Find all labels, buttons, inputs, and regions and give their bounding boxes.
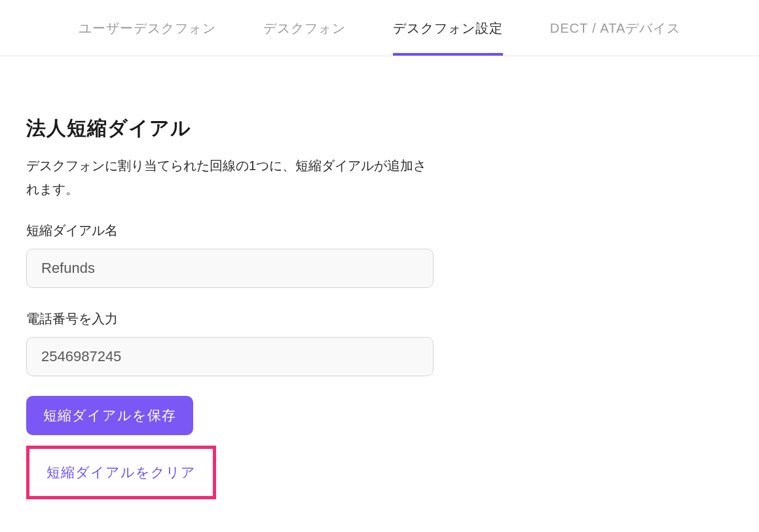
tab-dect-ata-devices[interactable]: DECT / ATAデバイス (550, 0, 681, 56)
section-description: デスクフォンに割り当てられた回線の1つに、短縮ダイアルが追加されます。 (26, 154, 432, 201)
clear-speed-dial-button[interactable]: 短縮ダイアルをクリア (36, 458, 206, 487)
phone-number-label: 電話番号を入力 (26, 310, 432, 328)
speed-dial-name-input[interactable] (26, 249, 434, 288)
save-speed-dial-button[interactable]: 短縮ダイアルを保存 (26, 396, 193, 435)
section-title: 法人短縮ダイアル (26, 115, 432, 142)
phone-number-input[interactable] (26, 337, 434, 376)
tab-deskphone-settings[interactable]: デスクフォン設定 (393, 0, 503, 56)
tab-deskphone[interactable]: デスクフォン (263, 0, 346, 56)
tabs-bar: ユーザーデスクフォン デスクフォン デスクフォン設定 DECT / ATAデバイ… (0, 0, 759, 56)
main-content: 法人短縮ダイアル デスクフォンに割り当てられた回線の1つに、短縮ダイアルが追加さ… (0, 56, 458, 525)
clear-button-highlight: 短縮ダイアルをクリア (26, 446, 216, 499)
speed-dial-name-label: 短縮ダイアル名 (26, 222, 432, 239)
tab-user-deskphone[interactable]: ユーザーデスクフォン (79, 0, 216, 56)
